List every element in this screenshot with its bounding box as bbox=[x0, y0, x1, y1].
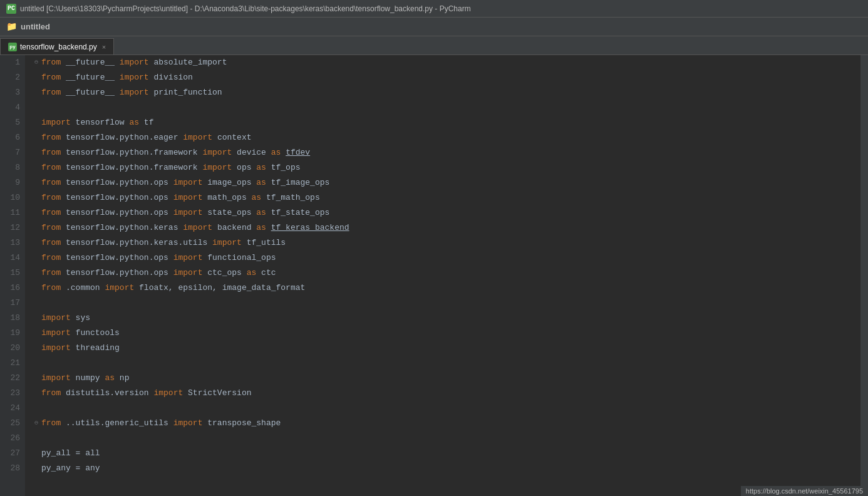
code-line-10: from tensorflow.python.ops import math_o… bbox=[31, 190, 860, 205]
token: import bbox=[173, 205, 203, 220]
line-number-24: 24 bbox=[0, 401, 25, 416]
token: StrictVersion bbox=[183, 386, 251, 401]
token: from bbox=[41, 281, 61, 296]
line-number-18: 18 bbox=[0, 311, 25, 326]
code-line-23: from distutils.version import StrictVers… bbox=[31, 386, 860, 401]
line-number-27: 27 bbox=[0, 446, 25, 461]
line-number-6: 6 bbox=[0, 130, 25, 145]
token: py_all bbox=[41, 446, 76, 461]
tab-close-button[interactable]: × bbox=[102, 43, 106, 51]
token: context bbox=[212, 130, 251, 145]
token: any bbox=[80, 461, 100, 476]
token: from bbox=[41, 205, 61, 220]
token: import bbox=[202, 160, 232, 175]
token: all bbox=[80, 446, 100, 461]
token: .common bbox=[61, 281, 105, 296]
token: import bbox=[173, 416, 203, 431]
token: import bbox=[173, 251, 203, 266]
fold-gutter-1[interactable]: ⊖ bbox=[31, 55, 41, 70]
token: sys bbox=[71, 311, 90, 326]
line-number-23: 23 bbox=[0, 386, 25, 401]
code-line-13: from tensorflow.python.keras.utils impor… bbox=[31, 235, 860, 251]
project-bar: 📁 untitled bbox=[0, 18, 868, 36]
token: division bbox=[149, 70, 193, 85]
token: tensorflow.python.keras bbox=[61, 220, 183, 235]
line-number-21: 21 bbox=[0, 356, 25, 371]
token: device bbox=[232, 145, 271, 160]
line-number-3: 3 bbox=[0, 85, 25, 100]
line-number-12: 12 bbox=[0, 220, 25, 235]
line-number-1: 1 bbox=[0, 55, 25, 70]
token: import bbox=[120, 85, 149, 100]
token: image_ops bbox=[202, 175, 256, 190]
token: tensorflow.python.framework bbox=[61, 160, 202, 175]
line-number-25: 25 bbox=[0, 416, 25, 431]
line-number-20: 20 bbox=[0, 341, 25, 356]
code-line-9: from tensorflow.python.ops import image_… bbox=[31, 175, 860, 190]
line-numbers: 1234567891011121314151617181920212223242… bbox=[0, 55, 25, 496]
token: tf_utils bbox=[242, 235, 286, 251]
token: ops bbox=[232, 160, 256, 175]
token: math_ops bbox=[202, 190, 251, 205]
token: import bbox=[41, 326, 71, 341]
token: import bbox=[153, 386, 183, 401]
token: transpose_shape bbox=[202, 416, 281, 431]
token: tf_state_ops bbox=[266, 205, 329, 220]
token: tensorflow.python.ops bbox=[61, 175, 173, 190]
token: from bbox=[41, 220, 61, 235]
token bbox=[281, 145, 286, 160]
line-number-15: 15 bbox=[0, 266, 25, 281]
line-number-10: 10 bbox=[0, 190, 25, 205]
line-number-5: 5 bbox=[0, 115, 25, 130]
code-line-17 bbox=[31, 296, 860, 311]
tab-bar: py tensorflow_backend.py × bbox=[0, 36, 868, 55]
token: from bbox=[41, 251, 61, 266]
token: distutils.version bbox=[61, 386, 153, 401]
token: ctc_ops bbox=[202, 266, 246, 281]
line-number-9: 9 bbox=[0, 175, 25, 190]
token: from bbox=[41, 145, 61, 160]
code-line-24 bbox=[31, 401, 860, 416]
token: import bbox=[173, 175, 203, 190]
token: as bbox=[247, 266, 257, 281]
line-number-22: 22 bbox=[0, 371, 25, 386]
code-line-20: import threading bbox=[31, 341, 860, 356]
editor: 1234567891011121314151617181920212223242… bbox=[0, 55, 868, 496]
token: from bbox=[41, 235, 61, 251]
token: as bbox=[271, 145, 281, 160]
token: as bbox=[256, 205, 266, 220]
token: as bbox=[129, 115, 139, 130]
tab-filename: tensorflow_backend.py bbox=[20, 43, 97, 51]
token: = bbox=[76, 461, 81, 476]
folder-icon: 📁 bbox=[6, 21, 17, 32]
token: ctc bbox=[256, 266, 276, 281]
token: import bbox=[183, 220, 212, 235]
token: import bbox=[41, 341, 71, 356]
token: functools bbox=[71, 326, 120, 341]
token: from bbox=[41, 130, 61, 145]
token: ..utils.generic_utils bbox=[61, 416, 173, 431]
code-line-12: from tensorflow.python.keras import back… bbox=[31, 220, 860, 235]
token: tensorflow.python.framework bbox=[61, 145, 202, 160]
code-line-4 bbox=[31, 100, 860, 115]
line-number-28: 28 bbox=[0, 461, 25, 476]
line-number-11: 11 bbox=[0, 205, 25, 220]
token: tensorflow.python.ops bbox=[61, 205, 173, 220]
scrollbar[interactable] bbox=[860, 55, 868, 496]
fold-gutter-25[interactable]: ⊖ bbox=[31, 416, 41, 431]
token: import bbox=[120, 55, 149, 70]
token: tfdev bbox=[286, 145, 310, 160]
tab-tensorflow-backend[interactable]: py tensorflow_backend.py × bbox=[0, 38, 114, 54]
token: print_function bbox=[149, 85, 222, 100]
token: tf bbox=[139, 115, 153, 130]
token: tensorflow.python.ops bbox=[61, 251, 173, 266]
token: tf_image_ops bbox=[266, 175, 329, 190]
line-number-7: 7 bbox=[0, 145, 25, 160]
line-number-8: 8 bbox=[0, 160, 25, 175]
line-number-19: 19 bbox=[0, 326, 25, 341]
pycharm-icon: PC bbox=[6, 4, 16, 14]
line-number-4: 4 bbox=[0, 100, 25, 115]
token: from bbox=[41, 266, 61, 281]
token: py_any bbox=[41, 461, 76, 476]
code-area[interactable]: ⊖from __future__ import absolute_importf… bbox=[25, 55, 860, 496]
